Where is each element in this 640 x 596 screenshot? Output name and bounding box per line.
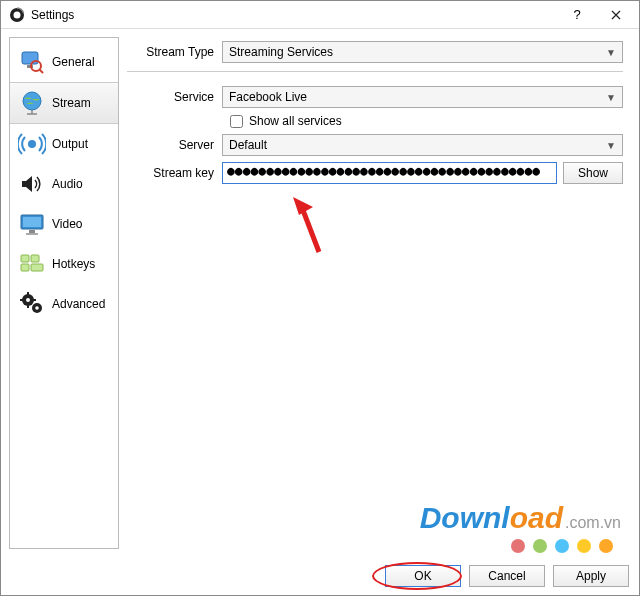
service-dropdown[interactable]: Facebook Live ▼ xyxy=(222,86,623,108)
sidebar-item-output[interactable]: Output xyxy=(10,124,118,164)
stream-type-row: Stream Type Streaming Services ▼ xyxy=(127,41,623,63)
sidebar: General Stream Output Audio Video xyxy=(9,37,119,549)
divider xyxy=(127,71,623,72)
stream-type-dropdown[interactable]: Streaming Services ▼ xyxy=(222,41,623,63)
main-panel: Stream Type Streaming Services ▼ Service… xyxy=(127,37,631,549)
show-all-row: Show all services xyxy=(127,114,623,128)
service-row: Service Facebook Live ▼ xyxy=(127,86,623,108)
svg-point-19 xyxy=(26,298,30,302)
sidebar-item-hotkeys[interactable]: Hotkeys xyxy=(10,244,118,284)
sidebar-item-advanced[interactable]: Advanced xyxy=(10,284,118,324)
server-dropdown[interactable]: Default ▼ xyxy=(222,134,623,156)
titlebar: Settings ? xyxy=(1,1,639,29)
svg-point-6 xyxy=(23,92,41,110)
sidebar-item-video[interactable]: Video xyxy=(10,204,118,244)
svg-line-27 xyxy=(301,205,319,252)
window-title: Settings xyxy=(31,8,559,22)
keyboard-icon xyxy=(18,250,46,278)
svg-rect-17 xyxy=(31,264,43,271)
stream-key-row: Stream key ●●●●●●●●●●●●●●●●●●●●●●●●●●●●●… xyxy=(127,162,623,184)
sidebar-item-label: Video xyxy=(52,217,82,231)
svg-rect-13 xyxy=(26,233,38,235)
wrench-icon xyxy=(18,48,46,76)
dialog-footer: OK Cancel Apply xyxy=(385,565,629,587)
close-button[interactable] xyxy=(595,1,637,29)
svg-rect-25 xyxy=(33,299,36,301)
service-label: Service xyxy=(127,90,222,104)
sidebar-item-label: Hotkeys xyxy=(52,257,95,271)
svg-rect-16 xyxy=(21,264,29,271)
stream-type-label: Stream Type xyxy=(127,45,222,59)
svg-rect-23 xyxy=(27,305,29,308)
server-value: Default xyxy=(229,138,267,152)
svg-point-21 xyxy=(35,306,39,310)
sidebar-item-label: General xyxy=(52,55,95,69)
svg-rect-15 xyxy=(31,255,39,262)
sidebar-item-label: Output xyxy=(52,137,88,151)
svg-marker-28 xyxy=(293,197,313,215)
svg-point-1 xyxy=(14,11,21,18)
chevron-down-icon: ▼ xyxy=(606,47,616,58)
chevron-down-icon: ▼ xyxy=(606,92,616,103)
sidebar-item-stream[interactable]: Stream xyxy=(10,82,118,124)
help-button[interactable]: ? xyxy=(559,1,595,29)
gears-icon xyxy=(18,290,46,318)
show-all-label: Show all services xyxy=(249,114,342,128)
server-row: Server Default ▼ xyxy=(127,134,623,156)
server-label: Server xyxy=(127,138,222,152)
svg-rect-24 xyxy=(20,299,23,301)
sidebar-item-label: Stream xyxy=(52,96,91,110)
stream-type-value: Streaming Services xyxy=(229,45,333,59)
sidebar-item-audio[interactable]: Audio xyxy=(10,164,118,204)
svg-rect-12 xyxy=(29,230,35,233)
app-icon xyxy=(9,7,25,23)
chevron-down-icon: ▼ xyxy=(606,140,616,151)
stream-key-input[interactable]: ●●●●●●●●●●●●●●●●●●●●●●●●●●●●●●●●●●●●●●●● xyxy=(222,162,557,184)
speaker-icon xyxy=(18,170,46,198)
antenna-icon xyxy=(18,130,46,158)
show-all-checkbox[interactable] xyxy=(230,115,243,128)
show-button[interactable]: Show xyxy=(563,162,623,184)
svg-point-9 xyxy=(28,140,36,148)
sidebar-item-label: Audio xyxy=(52,177,83,191)
sidebar-item-general[interactable]: General xyxy=(10,42,118,82)
stream-key-label: Stream key xyxy=(127,166,222,180)
content-area: General Stream Output Audio Video xyxy=(1,29,639,557)
annotation-arrow xyxy=(289,197,329,257)
service-value: Facebook Live xyxy=(229,90,307,104)
svg-rect-2 xyxy=(22,52,38,64)
monitor-icon xyxy=(18,210,46,238)
cancel-button[interactable]: Cancel xyxy=(469,565,545,587)
svg-line-5 xyxy=(39,69,43,73)
sidebar-item-label: Advanced xyxy=(52,297,105,311)
svg-rect-22 xyxy=(27,292,29,295)
globe-icon xyxy=(18,89,46,117)
ok-button[interactable]: OK xyxy=(385,565,461,587)
svg-rect-11 xyxy=(23,217,41,227)
svg-rect-14 xyxy=(21,255,29,262)
apply-button[interactable]: Apply xyxy=(553,565,629,587)
